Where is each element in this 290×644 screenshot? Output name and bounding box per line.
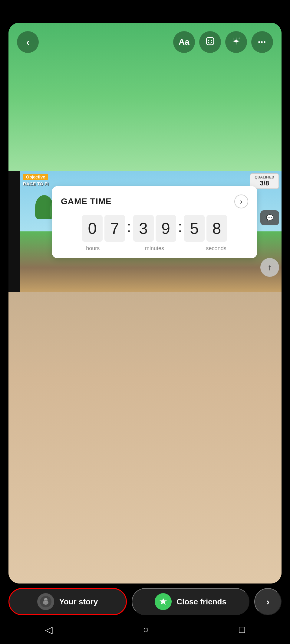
nav-back-icon[interactable]: ◁: [45, 624, 53, 636]
more-button[interactable]: •••: [251, 31, 273, 53]
back-button[interactable]: ‹: [17, 31, 39, 53]
text-icon: Aa: [179, 37, 189, 47]
hours-group: 0 7: [82, 215, 125, 242]
objective-badge: Objective: [23, 174, 48, 180]
time-labels: hours minutes seconds: [61, 245, 248, 252]
qualified-label: QUALIFIED: [255, 175, 274, 179]
game-time-widget: GAME TIME › 0 7 :: [52, 186, 257, 258]
minutes-label: minutes: [133, 245, 176, 252]
nav-recent-icon[interactable]: □: [239, 624, 245, 635]
minutes-digit-1: 9: [156, 215, 176, 242]
game-overlay: Objective RACE TO FI QUALIFIED 3/8 💬 ↑: [20, 171, 282, 292]
seconds-label: seconds: [195, 245, 238, 252]
app-container: ‹ Aa: [0, 0, 290, 644]
sparkle-icon: [231, 36, 241, 48]
game-area: Objective RACE TO FI QUALIFIED 3/8 💬 ↑: [8, 171, 282, 292]
colon-1: :: [125, 217, 133, 236]
race-text: RACE TO FI: [23, 181, 49, 186]
next-button[interactable]: ›: [234, 195, 248, 208]
more-action-icon: ›: [266, 596, 270, 607]
more-icon: •••: [258, 39, 266, 46]
your-story-label: Your story: [59, 597, 98, 606]
story-avatar: [37, 593, 54, 610]
close-friends-label: Close friends: [176, 597, 226, 606]
hours-digit-1: 7: [104, 215, 125, 242]
sparkle-button[interactable]: [225, 31, 247, 53]
game-time-title: GAME TIME: [61, 197, 112, 206]
system-nav: ◁ ○ □: [0, 615, 290, 644]
seconds-group: 5 8: [184, 215, 227, 242]
up-arrow-button[interactable]: ↑: [260, 258, 279, 277]
minutes-digit-0: 3: [133, 215, 154, 242]
next-icon: ›: [240, 197, 243, 206]
text-button[interactable]: Aa: [173, 31, 195, 53]
sticker-button[interactable]: [199, 31, 221, 53]
chat-bubble-btn[interactable]: 💬: [260, 210, 279, 225]
svg-point-1: [208, 40, 209, 41]
up-arrow-icon: ↑: [268, 263, 272, 272]
time-display: 0 7 : 3 9 : 5 8: [61, 215, 248, 242]
top-bar: ‹ Aa: [8, 23, 282, 53]
close-friends-button[interactable]: Close friends: [132, 588, 249, 615]
chat-icon: 💬: [266, 214, 274, 221]
hours-label: hours: [71, 245, 114, 252]
back-icon: ‹: [26, 37, 30, 48]
your-story-button[interactable]: Your story: [8, 588, 127, 615]
colon-2: :: [176, 217, 184, 236]
svg-point-2: [211, 40, 212, 41]
hours-digit-0: 0: [82, 215, 103, 242]
left-strip: [8, 171, 20, 292]
minutes-group: 3 9: [133, 215, 176, 242]
svg-rect-0: [206, 38, 214, 45]
bg-bottom: [8, 292, 282, 584]
top-right-icons: Aa: [173, 31, 273, 53]
main-screen: ‹ Aa: [8, 23, 282, 584]
qualified-score: 3/8: [255, 179, 274, 187]
sticker-icon: [205, 36, 215, 48]
widget-header: GAME TIME ›: [61, 195, 248, 208]
more-action-button[interactable]: ›: [254, 588, 282, 615]
seconds-digit-0: 5: [184, 215, 205, 242]
green-star-icon: [155, 593, 172, 610]
bottom-bar: Your story Close friends ›: [8, 588, 282, 615]
nav-home-icon[interactable]: ○: [143, 624, 149, 635]
seconds-digit-1: 8: [206, 215, 227, 242]
